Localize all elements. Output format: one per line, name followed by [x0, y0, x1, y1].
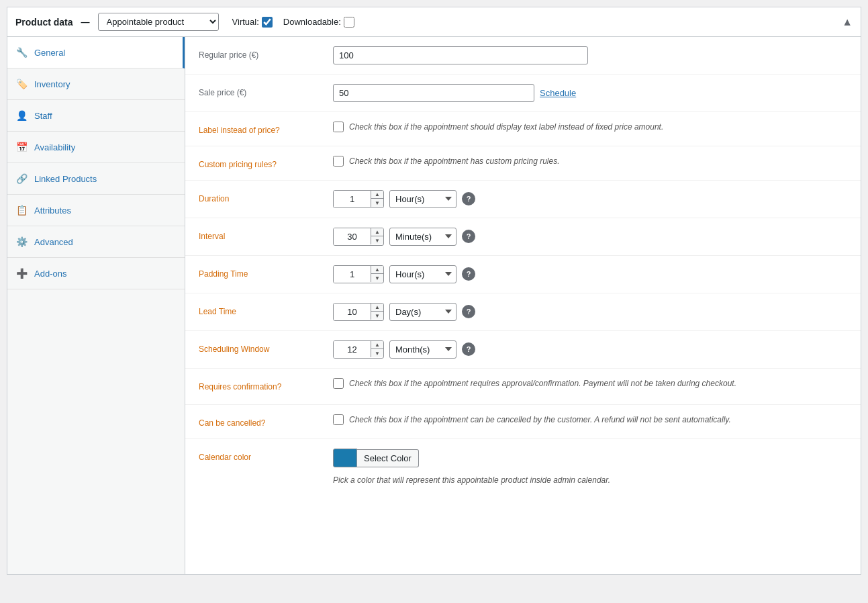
downloadable-label[interactable]: Downloadable:	[283, 17, 354, 28]
header-checkboxes: Virtual: Downloadable:	[232, 17, 354, 28]
custom-pricing-content: Check this box if the appointment has cu…	[333, 156, 847, 167]
padding-time-up-arrow[interactable]: ▲	[371, 266, 383, 274]
interval-help-icon[interactable]: ?	[462, 230, 475, 243]
padding-time-down-arrow[interactable]: ▼	[371, 274, 383, 282]
sidebar-item-staff[interactable]: 👤 Staff	[7, 100, 185, 132]
padding-time-spinner: ▲ ▼	[333, 265, 384, 283]
sidebar-item-attributes[interactable]: 📋 Attributes	[7, 195, 185, 226]
gear-icon: ⚙️	[15, 236, 28, 248]
sale-price-row: Sale price (€) Schedule	[185, 75, 861, 112]
lead-time-input-row: ▲ ▼ Day(s) Minute(s) Hour(s) Month(s) ?	[333, 303, 475, 321]
padding-time-content: ▲ ▼ Hour(s) Minute(s) Day(s) ?	[333, 265, 847, 283]
lead-time-label: Lead Time	[199, 303, 333, 318]
panel-body: 🔧 General 🏷️ Inventory 👤 Staff 📅 Availab…	[7, 37, 861, 574]
sidebar-label-general: General	[34, 48, 65, 58]
padding-time-row: Padding Time ▲ ▼ Hour(s)	[185, 256, 861, 293]
duration-up-arrow[interactable]: ▲	[371, 191, 383, 199]
requires-confirmation-label: Requires confirmation?	[199, 378, 333, 393]
custom-pricing-checkbox-row: Check this box if the appointment has cu…	[333, 156, 560, 167]
label-instead-price-checkbox[interactable]	[333, 122, 344, 132]
lead-time-input[interactable]	[334, 304, 371, 320]
sidebar-item-linked-products[interactable]: 🔗 Linked Products	[7, 163, 185, 195]
interval-down-arrow[interactable]: ▼	[371, 236, 383, 244]
lead-time-down-arrow[interactable]: ▼	[371, 312, 383, 320]
color-picker-row: Select Color	[333, 449, 419, 467]
can-be-cancelled-desc: Check this box if the appointment can be…	[349, 415, 731, 424]
sidebar-item-inventory[interactable]: 🏷️ Inventory	[7, 68, 185, 100]
lead-time-up-arrow[interactable]: ▲	[371, 304, 383, 312]
can-be-cancelled-row: Can be cancelled? Check this box if the …	[185, 405, 861, 439]
scheduling-window-spinner: ▲ ▼	[333, 340, 384, 359]
interval-input[interactable]	[334, 228, 371, 245]
scheduling-window-up-arrow[interactable]: ▲	[371, 341, 383, 349]
interval-row: Interval ▲ ▼ Minute(s)	[185, 218, 861, 256]
padding-time-unit-select[interactable]: Hour(s) Minute(s) Day(s)	[389, 265, 456, 283]
select-color-button[interactable]: Select Color	[357, 449, 419, 467]
requires-confirmation-checkbox-row: Check this box if the appointment requir…	[333, 378, 736, 389]
product-data-panel: Product data — Appointable product Virtu…	[7, 7, 861, 575]
scheduling-window-input-row: ▲ ▼ Month(s) Day(s) Year(s) ?	[333, 340, 475, 359]
lead-time-arrows: ▲ ▼	[371, 304, 383, 320]
product-type-select[interactable]: Appointable product	[98, 13, 219, 31]
virtual-checkbox[interactable]	[262, 17, 273, 28]
person-icon: 👤	[15, 109, 28, 122]
duration-spinner: ▲ ▼	[333, 190, 384, 208]
padding-time-input-row: ▲ ▼ Hour(s) Minute(s) Day(s) ?	[333, 265, 475, 283]
can-be-cancelled-checkbox-row: Check this box if the appointment can be…	[333, 414, 731, 425]
interval-label: Interval	[199, 228, 333, 242]
custom-pricing-desc: Check this box if the appointment has cu…	[349, 156, 560, 166]
interval-arrows: ▲ ▼	[371, 228, 383, 244]
sidebar-label-attributes: Attributes	[34, 205, 71, 216]
regular-price-input[interactable]	[333, 46, 588, 64]
duration-down-arrow[interactable]: ▼	[371, 199, 383, 207]
link-icon: 🔗	[15, 173, 28, 185]
lead-time-content: ▲ ▼ Day(s) Minute(s) Hour(s) Month(s) ?	[333, 303, 847, 321]
scheduling-window-help-icon[interactable]: ?	[462, 342, 475, 356]
sidebar-label-inventory: Inventory	[34, 79, 70, 89]
interval-content: ▲ ▼ Minute(s) Hour(s) Day(s) ?	[333, 228, 847, 246]
custom-pricing-row: Custom pricing rules? Check this box if …	[185, 146, 861, 181]
lead-time-row: Lead Time ▲ ▼ Day(s)	[185, 293, 861, 331]
interval-up-arrow[interactable]: ▲	[371, 228, 383, 236]
duration-unit-select[interactable]: Hour(s) Minute(s) Day(s)	[389, 190, 456, 208]
lead-time-spinner: ▲ ▼	[333, 303, 384, 321]
duration-label: Duration	[199, 190, 333, 205]
sale-price-input[interactable]	[333, 84, 534, 102]
sidebar-item-add-ons[interactable]: ➕ Add-ons	[7, 258, 185, 289]
downloadable-checkbox[interactable]	[344, 17, 354, 28]
main-content: Regular price (€) Sale price (€) Schedul…	[185, 37, 861, 574]
padding-time-input[interactable]	[334, 266, 371, 283]
sidebar-item-advanced[interactable]: ⚙️ Advanced	[7, 226, 185, 258]
requires-confirmation-content: Check this box if the appointment requir…	[333, 378, 847, 389]
scheduling-window-row: Scheduling Window ▲ ▼ Month(	[185, 331, 861, 369]
scheduling-window-label: Scheduling Window	[199, 340, 333, 355]
padding-time-help-icon[interactable]: ?	[462, 267, 475, 281]
custom-pricing-label: Custom pricing rules?	[199, 156, 333, 171]
label-instead-price-desc: Check this box if the appointment should…	[349, 122, 663, 132]
lead-time-help-icon[interactable]: ?	[462, 305, 475, 318]
sidebar: 🔧 General 🏷️ Inventory 👤 Staff 📅 Availab…	[7, 37, 185, 574]
calendar-color-row: Calendar color Select Color Pick a color…	[185, 439, 861, 494]
requires-confirmation-checkbox[interactable]	[333, 378, 344, 389]
can-be-cancelled-label: Can be cancelled?	[199, 414, 333, 429]
calendar-color-content: Select Color Pick a color that will repr…	[333, 449, 847, 485]
panel-collapse-button[interactable]: ▲	[842, 16, 853, 28]
lead-time-unit-select[interactable]: Day(s) Minute(s) Hour(s) Month(s)	[389, 303, 456, 321]
interval-unit-select[interactable]: Minute(s) Hour(s) Day(s)	[389, 228, 456, 246]
plus-circle-icon: ➕	[15, 267, 28, 279]
calendar-color-hint: Pick a color that will represent this ap…	[333, 475, 847, 485]
duration-help-icon[interactable]: ?	[462, 192, 475, 205]
custom-pricing-checkbox[interactable]	[333, 156, 344, 167]
label-instead-price-label: Label instead of price?	[199, 122, 333, 136]
sidebar-item-availability[interactable]: 📅 Availability	[7, 132, 185, 163]
duration-input[interactable]	[334, 191, 371, 207]
scheduling-window-unit-select[interactable]: Month(s) Day(s) Year(s)	[389, 340, 456, 359]
color-swatch[interactable]	[333, 449, 357, 467]
scheduling-window-input[interactable]	[334, 341, 371, 358]
label-instead-price-row: Label instead of price? Check this box i…	[185, 112, 861, 146]
sidebar-item-general[interactable]: 🔧 General	[7, 37, 185, 68]
scheduling-window-down-arrow[interactable]: ▼	[371, 349, 383, 357]
can-be-cancelled-checkbox[interactable]	[333, 414, 344, 425]
virtual-label[interactable]: Virtual:	[232, 17, 273, 28]
schedule-link[interactable]: Schedule	[540, 88, 576, 98]
